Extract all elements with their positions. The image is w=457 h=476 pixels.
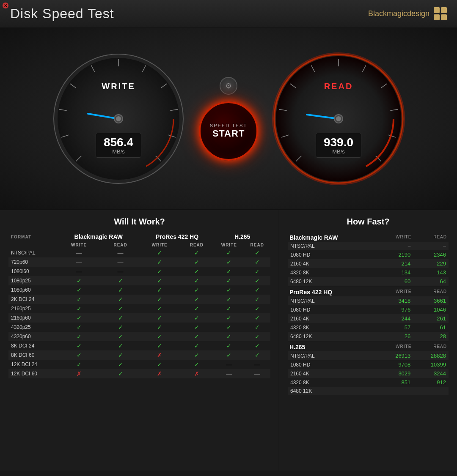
check-icon: ✓ bbox=[255, 352, 260, 358]
speed-row-label: NTSC/PAL bbox=[288, 296, 378, 305]
section-name: H.265 bbox=[288, 341, 378, 352]
format-col-header: FORMAT bbox=[8, 232, 57, 242]
write-value: 26 bbox=[378, 332, 413, 341]
compat-cell: ✓ bbox=[101, 360, 140, 369]
svg-point-35 bbox=[336, 116, 341, 121]
compat-cell: ✓ bbox=[214, 313, 244, 323]
dash-icon: — bbox=[254, 361, 260, 368]
compat-cell: ✓ bbox=[101, 276, 140, 285]
gauges-section: WRITE 856.4 MB/s ⚙ SPEED TEST START bbox=[0, 28, 457, 210]
write-gauge-svg bbox=[51, 51, 186, 186]
compat-cell: ✓ bbox=[179, 360, 215, 369]
row-label: NTSC/PAL bbox=[8, 248, 57, 257]
check-icon: ✓ bbox=[157, 342, 162, 349]
read-value: 912 bbox=[413, 378, 449, 387]
dash-icon: — bbox=[76, 268, 82, 275]
compat-cell: ✓ bbox=[179, 276, 215, 285]
read-value: 64 bbox=[413, 277, 449, 286]
check-icon: ✓ bbox=[226, 315, 231, 321]
compat-cell: ✓ bbox=[179, 341, 215, 350]
start-test-button[interactable]: SPEED TEST START bbox=[199, 101, 258, 161]
table-row: 8K DCI 60✓✓✗✓✓✓ bbox=[8, 350, 270, 360]
read-value: 3661 bbox=[413, 296, 449, 305]
compat-cell: ✓ bbox=[244, 332, 270, 341]
table-row: 2160p60✓✓✓✓✓✓ bbox=[8, 313, 270, 323]
row-label: 1080p25 bbox=[8, 276, 57, 285]
compat-cell: ✓ bbox=[244, 323, 270, 332]
cross-icon: ✗ bbox=[157, 352, 162, 358]
compat-cell: ✓ bbox=[140, 323, 179, 332]
row-label: 12K DCI 60 bbox=[8, 369, 57, 378]
compat-cell: ✓ bbox=[214, 267, 244, 276]
check-icon: ✓ bbox=[118, 315, 123, 321]
read-col-header: READ bbox=[413, 286, 449, 297]
check-icon: ✓ bbox=[194, 268, 199, 275]
compat-cell: ✓ bbox=[101, 295, 140, 304]
speed-row-label: 1080 HD bbox=[288, 305, 378, 314]
compat-cell: ✓ bbox=[57, 295, 101, 304]
check-icon: ✓ bbox=[226, 268, 231, 275]
speed-row-label: NTSC/PAL bbox=[288, 351, 378, 360]
check-icon: ✓ bbox=[77, 277, 82, 284]
read-value: 143 bbox=[413, 268, 449, 277]
write-col-header: WRITE bbox=[378, 232, 413, 242]
check-icon: ✓ bbox=[118, 352, 123, 358]
row-label: 4320p60 bbox=[8, 332, 57, 341]
dash-icon: — bbox=[226, 361, 232, 368]
check-icon: ✓ bbox=[157, 315, 162, 321]
compat-cell: ✓ bbox=[101, 350, 140, 360]
compat-cell: — bbox=[214, 369, 244, 378]
speed-row-label: 6480 12K bbox=[288, 332, 378, 341]
row-label: 720p60 bbox=[8, 257, 57, 267]
gear-icon: ⚙ bbox=[225, 81, 232, 90]
write-value: 26913 bbox=[378, 351, 413, 360]
check-icon: ✓ bbox=[118, 361, 123, 368]
write-unit: MB/s bbox=[104, 148, 133, 155]
settings-button[interactable]: ⚙ bbox=[220, 77, 237, 95]
compat-cell: ✓ bbox=[57, 313, 101, 323]
check-icon: ✓ bbox=[194, 259, 199, 265]
speed-row-label: 4320 8K bbox=[288, 378, 378, 387]
write-col-header: WRITE bbox=[378, 286, 413, 297]
compat-cell: ✓ bbox=[214, 285, 244, 295]
compat-cell: ✓ bbox=[101, 313, 140, 323]
table-row: 8K DCI 24✓✓✓✓✓✓ bbox=[8, 341, 270, 350]
read-value: – bbox=[413, 242, 449, 250]
compat-cell: ✓ bbox=[140, 267, 179, 276]
read-value: 61 bbox=[413, 323, 449, 332]
compat-cell: — bbox=[101, 267, 140, 276]
write-value: 3418 bbox=[378, 296, 413, 305]
check-icon: ✓ bbox=[77, 352, 82, 358]
check-icon: ✓ bbox=[118, 333, 123, 340]
compat-cell: ✓ bbox=[179, 295, 215, 304]
write-value: 134 bbox=[378, 268, 413, 277]
speed-row: NTSC/PAL 3418 3661 bbox=[288, 296, 449, 305]
speed-row-label: 1080 HD bbox=[288, 250, 378, 259]
speed-row: 1080 HD 976 1046 bbox=[288, 305, 449, 314]
write-value: 9708 bbox=[378, 360, 413, 369]
compat-cell: ✓ bbox=[179, 248, 215, 257]
compat-cell: ✓ bbox=[179, 304, 215, 313]
prores-write-header: WRITE bbox=[140, 242, 179, 248]
compat-cell: ✓ bbox=[140, 257, 179, 267]
speed-row-label: NTSC/PAL bbox=[288, 242, 378, 250]
speed-row-label: 4320 8K bbox=[288, 323, 378, 332]
table-row: 1080p60✓✓✓✓✓✓ bbox=[8, 285, 270, 295]
compat-cell: ✓ bbox=[244, 285, 270, 295]
read-value: 28 bbox=[413, 332, 449, 341]
check-icon: ✓ bbox=[255, 333, 260, 340]
compat-cell: ✗ bbox=[179, 369, 215, 378]
compat-cell: ✓ bbox=[57, 350, 101, 360]
dash-icon: — bbox=[226, 370, 232, 377]
speed-row: 2160 4K 3029 3244 bbox=[288, 369, 449, 378]
check-icon: ✓ bbox=[157, 333, 162, 340]
check-icon: ✓ bbox=[118, 370, 123, 377]
close-button[interactable]: ✕ bbox=[3, 3, 8, 8]
check-icon: ✓ bbox=[255, 342, 260, 349]
read-value: 28828 bbox=[413, 351, 449, 360]
braw-read-header: READ bbox=[101, 242, 140, 248]
table-row: 4320p25✓✓✓✓✓✓ bbox=[8, 323, 270, 332]
check-icon: ✓ bbox=[194, 324, 199, 331]
write-readout: 856.4 MB/s bbox=[96, 133, 141, 158]
check-icon: ✓ bbox=[255, 277, 260, 284]
